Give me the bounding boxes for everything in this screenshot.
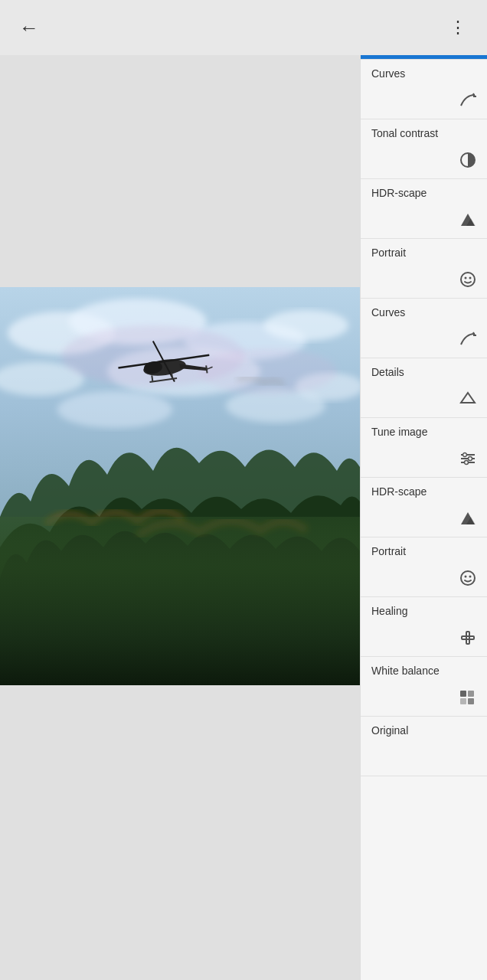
panel-item-hdr-scape-1[interactable]: HDR-scape <box>361 179 487 239</box>
svg-rect-49 <box>466 632 469 644</box>
panel-item-label-portrait-1: Portrait <box>371 247 476 260</box>
details-icon <box>459 390 476 411</box>
panel-item-original[interactable]: Original <box>361 717 487 776</box>
back-icon: ← <box>19 16 39 40</box>
svg-point-46 <box>461 571 475 585</box>
svg-rect-54 <box>468 698 474 704</box>
panel-item-label-hdr-scape-1: HDR-scape <box>371 187 476 200</box>
panel-item-icon-details <box>371 390 476 411</box>
panel-item-curves-1[interactable]: Curves <box>361 60 487 119</box>
right-panel: White balanceCurvesTonal contrastHDR-sca… <box>360 0 487 980</box>
svg-line-21 <box>172 373 172 379</box>
svg-point-34 <box>469 277 472 279</box>
panel-item-label-tonal-contrast: Tonal contrast <box>371 127 476 140</box>
svg-marker-37 <box>461 393 475 403</box>
svg-line-20 <box>152 375 152 381</box>
wb-icon <box>459 689 476 710</box>
curves-icon <box>459 331 476 351</box>
top-bar: ← ⋮ <box>0 0 487 55</box>
panel-item-label-curves-1: Curves <box>371 67 476 80</box>
face-icon <box>459 271 476 292</box>
panel-item-hdr-scape-2[interactable]: HDR-scape <box>361 478 487 537</box>
panel-item-label-original: Original <box>371 724 476 737</box>
svg-rect-51 <box>460 691 466 697</box>
panel-item-label-healing: Healing <box>371 605 476 618</box>
more-button[interactable]: ⋮ <box>441 11 475 44</box>
panel-item-label-hdr-scape-2: HDR-scape <box>371 485 476 498</box>
svg-rect-12 <box>0 517 360 685</box>
svg-rect-50 <box>462 636 474 639</box>
tune-icon <box>459 450 476 471</box>
panel-item-label-tune-image: Tune image <box>371 426 476 439</box>
curves-icon <box>459 92 476 113</box>
panel-item-label-white-balance-2: White balance <box>371 665 476 678</box>
panel-item-tune-image[interactable]: Tune image <box>361 418 487 478</box>
mountain-icon <box>459 510 476 531</box>
photo-area <box>0 287 360 685</box>
panel-item-tonal-contrast[interactable]: Tonal contrast <box>361 119 487 179</box>
panel-item-icon-healing <box>371 629 476 650</box>
panel-item-healing[interactable]: Healing <box>361 597 487 657</box>
panel-item-label-details: Details <box>371 366 476 379</box>
healing-icon <box>459 629 476 650</box>
panel-item-portrait-2[interactable]: Portrait <box>361 537 487 597</box>
more-icon: ⋮ <box>449 18 467 38</box>
panel-item-icon-curves-1 <box>371 92 476 113</box>
svg-point-32 <box>461 273 475 286</box>
panel-item-icon-curves-2 <box>371 331 476 351</box>
panel-item-icon-white-balance-2 <box>371 689 476 710</box>
panel-item-icon-portrait-1 <box>371 271 476 292</box>
panel-item-portrait-1[interactable]: Portrait <box>361 239 487 299</box>
svg-point-4 <box>264 310 348 341</box>
svg-point-11 <box>199 348 337 394</box>
svg-rect-53 <box>460 698 466 704</box>
panel-item-label-curves-2: Curves <box>371 306 476 319</box>
panel-item-icon-tonal-contrast <box>371 152 476 172</box>
panel-item-white-balance-2[interactable]: White balance <box>361 657 487 717</box>
mountain-icon <box>459 211 476 232</box>
panel-item-label-portrait-2: Portrait <box>371 545 476 558</box>
panel-item-icon-hdr-scape-1 <box>371 211 476 232</box>
svg-point-41 <box>463 453 467 457</box>
svg-point-33 <box>465 277 467 279</box>
svg-point-8 <box>57 391 172 428</box>
svg-point-48 <box>469 576 472 578</box>
panel-item-details[interactable]: Details <box>361 358 487 418</box>
svg-rect-52 <box>468 691 474 697</box>
svg-point-47 <box>465 576 467 578</box>
svg-point-43 <box>465 461 469 465</box>
face-icon <box>459 570 476 590</box>
panel-item-icon-tune-image <box>371 450 476 471</box>
panel-item-icon-portrait-2 <box>371 570 476 590</box>
panel-item-icon-hdr-scape-2 <box>371 510 476 531</box>
svg-point-42 <box>469 457 472 461</box>
panel-item-curves-2[interactable]: Curves <box>361 299 487 358</box>
back-button[interactable]: ← <box>12 11 46 44</box>
contrast-icon <box>459 152 476 172</box>
